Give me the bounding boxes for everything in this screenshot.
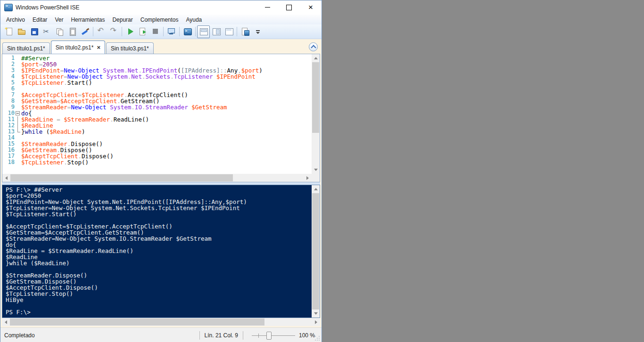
run-selection-button[interactable] <box>136 25 149 38</box>
run-script-icon <box>125 27 135 36</box>
fold-guide-line <box>17 122 18 129</box>
ise-window-server: Windows PowerShell ISE × ArchivoEditarVe… <box>0 0 322 342</box>
console-line: $ReadLine = $StreamReader.ReadLine() <box>6 248 310 254</box>
fold-guide-line <box>17 116 18 122</box>
scrollbar-thumb[interactable] <box>312 193 319 309</box>
minimize-button[interactable] <box>256 0 278 14</box>
collapse-script-pane-button[interactable] <box>309 42 318 51</box>
toolbar-separator <box>163 27 164 36</box>
tab-sin-t-tulo2-ps1-[interactable]: Sin título2.ps1*× <box>51 41 105 54</box>
scrollbar-thumb[interactable] <box>10 318 264 326</box>
new-remote-powershell-tab-button[interactable] <box>165 25 178 38</box>
chevron-up-icon <box>311 45 316 50</box>
fold-margin <box>15 61 21 67</box>
resize-grip[interactable] <box>315 336 321 342</box>
console-line: }while ($ReadLine) <box>6 260 310 266</box>
console-horizontal-scrollbar[interactable] <box>2 318 320 326</box>
script-pane-maximized-button[interactable] <box>223 25 235 38</box>
script-editor-pane[interactable]: 1##Server2$port=20503$IPEndPoint=New-Obj… <box>2 54 320 182</box>
console-line: $StreamReader=New-Object System.IO.Strea… <box>6 236 310 242</box>
fold-margin <box>15 122 21 129</box>
status-separator <box>199 331 200 340</box>
new-remote-powershell-tab-icon <box>167 27 176 36</box>
copy-button[interactable] <box>53 25 66 38</box>
status-bar: Completado Lín. 21 Col. 9 100 % <box>0 327 322 342</box>
line-col-indicator: Lín. 21 Col. 9 <box>205 332 238 339</box>
menu-archivo[interactable]: Archivo <box>2 16 29 24</box>
fold-margin <box>15 129 21 135</box>
scrollbar-corner <box>312 174 320 182</box>
line-number: 18 <box>2 159 15 165</box>
scroll-left-arrow[interactable] <box>2 318 10 326</box>
menu-ver[interactable]: Ver <box>51 16 67 24</box>
code-text: $TcpListener.Stop() <box>21 159 89 165</box>
fold-margin <box>15 98 21 104</box>
console-line: $TcpListener.Stop() <box>6 291 310 297</box>
scroll-right-arrow[interactable] <box>312 318 320 326</box>
script-pane-right-icon <box>212 27 221 36</box>
toolbar-separator <box>122 27 122 36</box>
open-script-button[interactable] <box>15 25 28 38</box>
fold-margin <box>15 67 21 73</box>
clear-console-button[interactable] <box>79 25 91 38</box>
console-vertical-scrollbar[interactable] <box>312 185 320 318</box>
toolbar-overflow-button[interactable] <box>251 25 264 38</box>
scroll-down-arrow[interactable] <box>312 309 320 318</box>
console-line: PS F:\> ##Server <box>6 187 310 193</box>
show-script-pane-button[interactable] <box>239 25 251 38</box>
redo-button[interactable] <box>107 25 120 38</box>
run-script-button[interactable] <box>124 25 136 38</box>
script-pane-top-button[interactable] <box>197 25 210 38</box>
fold-margin <box>15 159 21 165</box>
save-icon <box>30 27 39 36</box>
fold-margin <box>15 55 21 61</box>
toolbar-overflow-icon <box>253 27 263 36</box>
menu-depurar[interactable]: Depurar <box>108 16 136 24</box>
editor-horizontal-scrollbar[interactable] <box>2 174 312 182</box>
tab-sin-t-tulo3-ps1-[interactable]: Sin título3.ps1* <box>106 42 154 54</box>
menu-editar[interactable]: Editar <box>29 16 51 24</box>
fold-margin <box>15 153 21 159</box>
script-pane-right-button[interactable] <box>210 25 223 38</box>
maximize-button[interactable] <box>278 0 300 14</box>
scroll-up-arrow[interactable] <box>312 185 320 193</box>
fold-collapse-icon[interactable] <box>16 111 20 115</box>
tab-sin-t-tulo1-ps1-[interactable]: Sin título1.ps1* <box>2 42 50 54</box>
undo-button[interactable] <box>95 25 107 38</box>
tab-close-icon[interactable]: × <box>97 45 100 50</box>
toolbar-separator <box>93 27 93 36</box>
scrollbar-thumb[interactable] <box>10 174 233 181</box>
fold-guide-end <box>17 129 20 132</box>
scrollbar-thumb[interactable] <box>312 62 319 133</box>
tab-label: Sin título1.ps1* <box>7 45 45 52</box>
console-pane[interactable]: PS F:\> ##Server$port=2050$IPEndPoint=Ne… <box>2 185 320 318</box>
toolbar-separator <box>179 27 180 36</box>
menu-ayuda[interactable]: Ayuda <box>182 16 206 24</box>
stop-operation-button[interactable] <box>149 25 162 38</box>
cut-button[interactable] <box>41 25 53 38</box>
close-button[interactable]: × <box>300 0 322 14</box>
scroll-down-arrow[interactable] <box>312 166 320 174</box>
editor-vertical-scrollbar[interactable] <box>312 54 320 174</box>
start-powershell-button[interactable] <box>181 25 194 38</box>
scroll-right-arrow[interactable] <box>304 174 312 182</box>
menu-bar: ArchivoEditarVerHerramientasDepurarCompl… <box>0 15 322 24</box>
menu-complementos[interactable]: Complementos <box>137 16 182 24</box>
paste-button[interactable] <box>66 25 79 38</box>
tab-strip: Sin título1.ps1*Sin título2.ps1*×Sin tít… <box>0 39 322 54</box>
scroll-up-arrow[interactable] <box>312 54 320 62</box>
scroll-left-arrow[interactable] <box>2 174 10 182</box>
code-text: $StreamReader=New-Object System.IO.Strea… <box>21 104 227 110</box>
save-button[interactable] <box>28 25 41 38</box>
code-text: }while ($ReadLine) <box>21 129 85 135</box>
run-selection-icon <box>138 27 148 36</box>
console-line: PS F:\> <box>6 309 310 315</box>
zoom-slider[interactable] <box>252 331 295 340</box>
copy-icon <box>55 27 65 36</box>
tab-label: Sin título3.ps1* <box>111 45 149 52</box>
editor-line: 13}while ($ReadLine) <box>2 129 312 135</box>
new-script-button[interactable] <box>2 25 15 38</box>
menu-herramientas[interactable]: Herramientas <box>67 16 108 24</box>
zoom-slider-thumb[interactable] <box>266 332 272 340</box>
fold-margin <box>15 110 21 116</box>
